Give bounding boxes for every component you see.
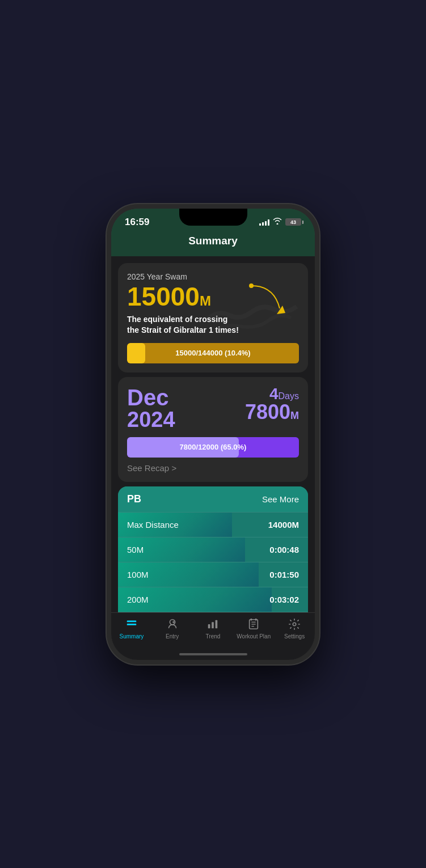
- month-info-right: 4Days 7800M: [245, 386, 299, 422]
- year-progress-fill: [127, 343, 145, 363]
- year-progress-text: 15000/144000 (10.4%): [175, 349, 250, 357]
- pb-card: PB See More Max Distance14000M50M0:00:48…: [118, 486, 308, 612]
- svg-rect-8: [208, 624, 210, 628]
- nav-label-settings: Settings: [284, 633, 305, 640]
- signal-icon: [259, 219, 269, 226]
- pb-row-label: 200M: [127, 595, 149, 604]
- nav-item-settings[interactable]: Settings: [274, 617, 315, 640]
- nav-label-entry: Entry: [166, 633, 179, 640]
- nav-item-trend[interactable]: Trend: [193, 617, 234, 640]
- svg-rect-10: [216, 620, 218, 628]
- settings-icon: [288, 617, 301, 631]
- home-indicator: [111, 651, 315, 660]
- pb-row: Max Distance14000M: [118, 512, 308, 537]
- notch: [179, 209, 247, 226]
- svg-rect-3: [127, 620, 137, 622]
- month-info-left: Dec 2024: [127, 386, 175, 430]
- phone-frame: 16:59 43 Summary: [107, 204, 319, 664]
- days-label: Days: [279, 391, 299, 401]
- pb-row-label: Max Distance: [127, 520, 179, 530]
- status-icons: 43: [259, 218, 301, 226]
- month-distance: 7800M: [245, 402, 299, 422]
- year-card: 2025 Year Swam 15000M The equivalent of …: [118, 263, 308, 372]
- year-progress-bar: 15000/144000 (10.4%): [127, 343, 299, 363]
- see-recap-button[interactable]: See Recap >: [127, 463, 299, 473]
- pb-row-label: 100M: [127, 570, 149, 579]
- svg-rect-9: [212, 622, 214, 628]
- svg-rect-4: [127, 624, 137, 625]
- app-header: Summary: [111, 232, 315, 256]
- pb-row-value: 0:03:02: [269, 595, 299, 604]
- nav-item-summary[interactable]: Summary: [111, 617, 152, 640]
- month-progress-bar: 7800/12000 (65.0%): [127, 437, 299, 458]
- pb-row-value: 0:01:50: [269, 570, 299, 579]
- month-progress-text: 7800/12000 (65.0%): [180, 443, 247, 451]
- pb-title: PB: [127, 493, 141, 505]
- days-display: 4Days: [245, 386, 299, 402]
- nav-label-workout-plan: Workout Plan: [237, 633, 271, 640]
- pb-rows-container: Max Distance14000M50M0:00:48100M0:01:502…: [118, 512, 308, 612]
- month-card: Dec 2024 4Days 7800M 7800/12000 (65.0%) …: [118, 377, 308, 482]
- home-indicator-bar: [179, 653, 247, 655]
- svg-rect-16: [255, 618, 257, 620]
- nav-item-entry[interactable]: Entry: [152, 617, 193, 640]
- pb-row-value: 0:00:48: [269, 545, 299, 554]
- svg-marker-2: [277, 306, 285, 314]
- arrow-decoration: [246, 280, 291, 325]
- nav-label-summary: Summary: [120, 633, 144, 640]
- pb-header: PB See More: [118, 486, 308, 512]
- entry-icon: [166, 617, 179, 631]
- status-time: 16:59: [125, 217, 149, 228]
- pb-see-more-button[interactable]: See More: [262, 494, 299, 504]
- svg-rect-15: [251, 618, 252, 620]
- month-name: Dec: [127, 386, 175, 409]
- workout-plan-icon: [247, 617, 260, 631]
- summary-icon: [125, 617, 138, 631]
- month-header: Dec 2024 4Days 7800M: [127, 386, 299, 430]
- trend-icon: [206, 617, 220, 631]
- nav-item-workout-plan[interactable]: Workout Plan: [233, 617, 274, 640]
- pb-row-value: 14000M: [268, 520, 299, 530]
- pb-row: 100M0:01:50: [118, 562, 308, 587]
- month-year: 2024: [127, 409, 175, 430]
- battery-icon: 43: [285, 218, 301, 226]
- pb-row: 200M0:03:02: [118, 587, 308, 612]
- pb-row: 50M0:00:48: [118, 537, 308, 562]
- bottom-nav: Summary Entry Trend: [111, 612, 315, 651]
- nav-label-trend: Trend: [206, 633, 221, 640]
- wifi-icon: [273, 218, 282, 226]
- svg-point-17: [293, 623, 296, 626]
- main-content: 2025 Year Swam 15000M The equivalent of …: [111, 256, 315, 612]
- pb-row: 400M0:07:43: [118, 612, 308, 612]
- svg-point-1: [249, 283, 254, 288]
- page-title: Summary: [188, 235, 238, 247]
- pb-row-label: 50M: [127, 545, 144, 554]
